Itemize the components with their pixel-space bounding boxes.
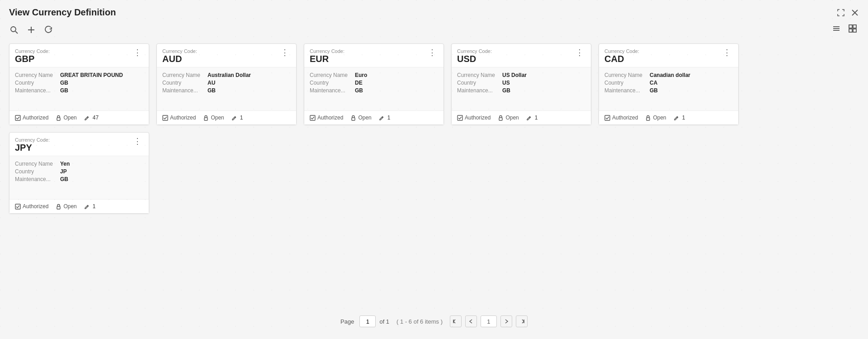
field-label: Currency Name: [15, 161, 60, 167]
page-of-label: of 1: [379, 318, 389, 325]
card-field: CountryAU: [162, 80, 291, 86]
card-field: Currency NameYen: [15, 161, 143, 167]
card-code-label: Currency Code:: [15, 48, 50, 54]
edit-icon: [231, 115, 237, 121]
field-label: Currency Name: [310, 72, 355, 78]
edit-icon: [674, 115, 679, 121]
card-field: Maintenance...GB: [15, 87, 143, 94]
edit-count: 1: [84, 203, 96, 210]
card-body: Currency NameYenCountryJPMaintenance...G…: [9, 156, 149, 199]
open-label: Open: [63, 115, 76, 121]
add-button[interactable]: [26, 25, 36, 35]
card-field: CountryJP: [15, 168, 143, 175]
svg-line-3: [15, 31, 18, 33]
field-label: Maintenance...: [162, 87, 208, 94]
field-value: GB: [502, 87, 510, 94]
grid-view-button[interactable]: [846, 23, 859, 36]
authorized-status: Authorized: [457, 115, 491, 121]
lock-icon: [56, 115, 61, 121]
card-code-value: GBP: [15, 54, 50, 64]
open-status: Open: [203, 115, 224, 121]
card-header: Currency Code:AUD⋮: [157, 44, 296, 67]
prev-page-button[interactable]: [465, 315, 477, 327]
toolbar: [0, 21, 868, 40]
field-value: Euro: [355, 72, 367, 78]
currency-card-gbp: Currency Code:GBP⋮Currency NameGREAT BRI…: [9, 43, 149, 125]
field-label: Country: [162, 80, 208, 86]
field-label: Maintenance...: [15, 176, 60, 182]
card-body: Currency NameAustralian DollarCountryAUM…: [157, 67, 296, 110]
authorized-icon: [15, 115, 21, 121]
card-field: CountryUS: [457, 80, 585, 86]
card-menu-button[interactable]: ⋮: [574, 48, 585, 57]
list-view-button[interactable]: [830, 23, 843, 36]
next-page-button[interactable]: [500, 315, 512, 327]
lock-icon: [56, 204, 61, 210]
card-code-block: Currency Code:GBP: [15, 48, 50, 64]
card-code-block: Currency Code:AUD: [162, 48, 197, 64]
authorized-label: Authorized: [23, 203, 48, 210]
card-code-label: Currency Code:: [162, 48, 197, 54]
svg-rect-19: [310, 115, 315, 120]
card-footer: AuthorizedOpen1: [599, 110, 738, 124]
field-value: AU: [208, 80, 215, 86]
search-button[interactable]: [9, 25, 19, 35]
page-items-info: ( 1 - 6 of 6 items ): [396, 318, 443, 325]
card-field: Maintenance...GB: [162, 87, 291, 94]
svg-rect-9: [849, 25, 852, 28]
card-body: Currency NameGREAT BRITAIN POUNDCountryG…: [9, 67, 149, 110]
lock-icon: [350, 115, 356, 121]
card-footer: AuthorizedOpen1: [157, 110, 296, 124]
edit-count: 47: [84, 115, 99, 121]
maximize-button[interactable]: [836, 8, 845, 17]
field-value: Australian Dollar: [208, 72, 251, 78]
last-page-button[interactable]: [516, 315, 528, 327]
svg-rect-28: [15, 204, 20, 209]
svg-rect-11: [849, 29, 852, 32]
card-menu-button[interactable]: ⋮: [279, 48, 291, 57]
open-status: Open: [498, 115, 519, 121]
field-label: Country: [15, 80, 60, 86]
card-code-value: AUD: [162, 54, 197, 64]
authorized-icon: [15, 204, 21, 210]
lock-icon: [203, 115, 209, 121]
toolbar-left: [9, 25, 53, 35]
card-field: CountryGB: [15, 80, 143, 86]
authorized-label: Authorized: [23, 115, 48, 121]
open-label: Open: [653, 115, 666, 121]
card-menu-button[interactable]: ⋮: [132, 48, 143, 57]
first-page-button[interactable]: [450, 315, 462, 327]
card-footer: AuthorizedOpen1: [304, 110, 443, 124]
authorized-icon: [310, 115, 316, 121]
edit-count-badge: 1: [535, 115, 538, 121]
field-value: US Dollar: [502, 72, 527, 78]
lock-icon: [645, 115, 651, 121]
field-value: DE: [355, 80, 363, 86]
card-menu-button[interactable]: ⋮: [132, 137, 143, 145]
close-button[interactable]: [851, 9, 859, 17]
edit-count: 1: [526, 115, 538, 121]
card-footer: AuthorizedOpen47: [9, 110, 149, 124]
authorized-icon: [604, 115, 610, 121]
card-code-value: EUR: [310, 54, 344, 64]
card-field: Currency NameUS Dollar: [457, 72, 585, 78]
field-label: Country: [457, 80, 502, 86]
card-menu-button[interactable]: ⋮: [721, 48, 733, 57]
refresh-button[interactable]: [43, 25, 53, 35]
field-label: Maintenance...: [310, 87, 355, 94]
authorized-label: Authorized: [317, 115, 343, 121]
page-input[interactable]: [359, 315, 376, 327]
card-footer: AuthorizedOpen1: [9, 199, 149, 213]
currency-card-cad: Currency Code:CAD⋮Currency NameCanadian …: [599, 43, 739, 125]
authorized-status: Authorized: [15, 115, 48, 121]
card-menu-button[interactable]: ⋮: [426, 48, 438, 57]
card-field: Currency NameGREAT BRITAIN POUND: [15, 72, 143, 78]
field-label: Country: [310, 80, 355, 86]
open-label: Open: [211, 115, 224, 121]
field-label: Maintenance...: [15, 87, 60, 94]
card-field: Currency NameEuro: [310, 72, 438, 78]
open-status: Open: [56, 203, 76, 210]
field-label: Currency Name: [604, 72, 650, 78]
cards-container: Currency Code:GBP⋮Currency NameGREAT BRI…: [0, 40, 868, 223]
field-label: Currency Name: [457, 72, 502, 78]
